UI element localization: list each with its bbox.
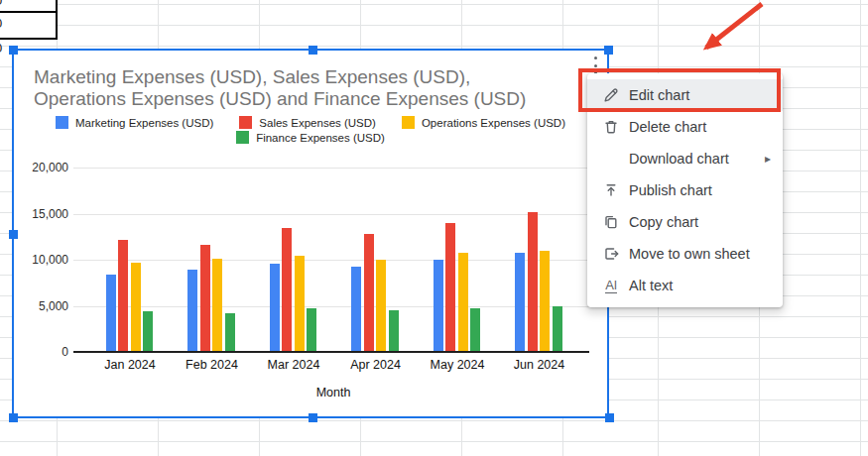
legend-label: Marketing Expenses (USD) — [75, 117, 213, 129]
legend-item: Sales Expenses (USD) — [239, 116, 376, 129]
selection-handle[interactable] — [604, 46, 613, 55]
bar — [282, 228, 292, 352]
gridline-row — [0, 25, 868, 26]
menu-item-label: Move to own sheet — [629, 246, 750, 262]
selection-handle[interactable] — [309, 46, 317, 55]
gridline — [73, 214, 589, 215]
bar — [143, 311, 153, 352]
bar — [389, 310, 399, 352]
bar — [553, 306, 562, 353]
bar — [225, 313, 235, 352]
menu-item-copy-chart[interactable]: Copy chart — [587, 206, 783, 238]
bar — [445, 223, 455, 352]
bar — [307, 308, 316, 352]
cell-value: 0 — [0, 16, 9, 31]
bar — [200, 245, 210, 352]
bar — [187, 270, 197, 352]
x-axis-title: Month — [14, 386, 653, 399]
gridline — [73, 260, 589, 261]
bar — [270, 264, 280, 352]
x-axis-label: Jun 2024 — [500, 358, 579, 372]
cell-border — [56, 0, 58, 40]
chart-legend: Marketing Expenses (USD)Sales Expenses (… — [14, 116, 607, 144]
legend-item: Finance Expenses (USD) — [236, 131, 385, 144]
spreadsheet-canvas: { "spreadsheet": { "clipped_values": ["0… — [0, 0, 868, 456]
bar — [212, 259, 222, 352]
selection-handle[interactable] — [9, 413, 18, 422]
gridline-row — [0, 46, 868, 47]
trash-icon — [600, 119, 622, 135]
bar — [470, 308, 480, 352]
alt-text-icon: Al — [600, 279, 622, 293]
x-axis-label: Apr 2024 — [336, 358, 416, 372]
legend-swatch-icon — [56, 116, 68, 129]
bar — [295, 256, 305, 352]
gridline — [73, 168, 589, 169]
menu-item-label: Download chart — [629, 151, 729, 167]
menu-item-label: Publish chart — [629, 182, 712, 198]
y-axis-label: 5,000 — [22, 299, 68, 313]
x-axis-line — [73, 351, 589, 353]
x-axis-label: Feb 2024 — [173, 358, 252, 372]
bar — [515, 253, 525, 352]
menu-item-download-chart[interactable]: Download chart▸ — [587, 143, 783, 174]
bar — [376, 260, 386, 352]
legend-swatch-icon — [402, 116, 415, 129]
gridline-row — [0, 4, 868, 5]
x-axis-label: May 2024 — [418, 358, 497, 372]
chart-title-line2: Operations Expenses (USD) and Finance Ex… — [34, 88, 526, 110]
chart-title-line1: Marketing Expenses (USD), Sales Expenses… — [34, 66, 470, 88]
gridline-row — [0, 420, 868, 421]
legend-row: Marketing Expenses (USD)Sales Expenses (… — [56, 116, 565, 129]
menu-item-label: Copy chart — [629, 214, 698, 230]
cell-value: 0 — [0, 0, 9, 8]
gridline — [73, 306, 589, 307]
legend-label: Finance Expenses (USD) — [256, 132, 385, 144]
submenu-arrow-icon: ▸ — [765, 152, 771, 166]
x-axis-label: Jan 2024 — [90, 358, 170, 372]
legend-label: Sales Expenses (USD) — [259, 117, 376, 129]
bar — [540, 251, 550, 352]
menu-item-move-to-own-sheet[interactable]: Move to own sheet — [587, 238, 783, 270]
selection-handle[interactable] — [9, 230, 18, 239]
selection-handle[interactable] — [9, 46, 18, 55]
cell-border — [0, 38, 57, 40]
legend-swatch-icon — [239, 116, 252, 129]
menu-item-label: Delete chart — [629, 119, 706, 135]
menu-item-delete-chart[interactable]: Delete chart — [587, 111, 783, 143]
bar — [434, 260, 443, 352]
x-axis-label: Mar 2024 — [254, 358, 333, 372]
menu-item-publish-chart[interactable]: Publish chart — [587, 174, 783, 206]
legend-item: Marketing Expenses (USD) — [56, 116, 213, 129]
publish-icon — [600, 182, 622, 198]
bar — [458, 253, 468, 352]
gridline-row — [0, 441, 868, 442]
bar — [106, 275, 116, 352]
selection-handle[interactable] — [309, 413, 317, 422]
y-axis-label: 15,000 — [22, 207, 68, 221]
y-axis-label: 10,000 — [22, 253, 68, 267]
annotation-highlight-box — [578, 68, 781, 112]
menu-item-alt-text[interactable]: AlAlt text — [587, 270, 783, 301]
legend-swatch-icon — [236, 131, 249, 144]
bar — [131, 263, 141, 352]
bar — [528, 212, 538, 352]
move-icon — [600, 246, 622, 262]
y-axis-label: 0 — [22, 345, 68, 359]
y-axis-label: 20,000 — [22, 161, 68, 174]
bar — [351, 267, 361, 352]
embedded-chart[interactable]: Marketing Expenses (USD), Sales Expenses… — [12, 49, 609, 418]
menu-item-label: Alt text — [629, 278, 673, 293]
copy-icon — [600, 214, 622, 230]
bar — [364, 234, 374, 352]
bar — [118, 240, 128, 352]
cell-border — [0, 11, 57, 13]
gridline-col — [860, 0, 861, 456]
legend-label: Operations Expenses (USD) — [422, 117, 565, 129]
selection-handle[interactable] — [605, 413, 614, 422]
legend-item: Operations Expenses (USD) — [402, 116, 565, 129]
legend-row: Finance Expenses (USD) — [236, 131, 385, 144]
